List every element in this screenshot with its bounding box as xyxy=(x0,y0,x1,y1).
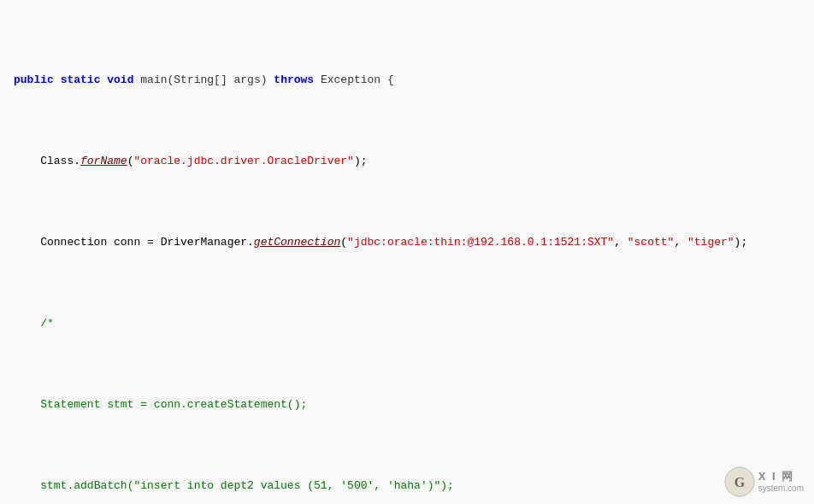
watermark-xi: X I 网 xyxy=(758,470,804,483)
watermark-logo-icon: G xyxy=(724,466,755,497)
code-line-4: /* xyxy=(14,315,800,331)
code-line-1: public static void main(String[] args) t… xyxy=(14,72,800,88)
code-line-3: Connection conn = DriverManager.getConne… xyxy=(14,234,800,250)
watermark: G X I 网 system.com xyxy=(724,466,804,497)
watermark-domain: system.com xyxy=(758,483,804,494)
svg-text:G: G xyxy=(734,475,745,489)
code-block: public static void main(String[] args) t… xyxy=(0,7,814,504)
code-line-6: stmt.addBatch("insert into dept2 values … xyxy=(14,478,800,494)
code-line-5: Statement stmt = conn.createStatement(); xyxy=(14,396,800,413)
code-container: public static void main(String[] args) t… xyxy=(0,0,814,504)
code-line-2: Class.forName("oracle.jdbc.driver.Oracle… xyxy=(14,153,800,169)
